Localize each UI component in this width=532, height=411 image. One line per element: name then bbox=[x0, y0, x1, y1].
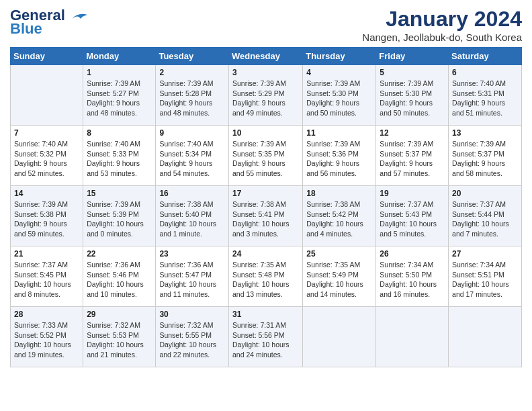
day-content: Sunrise: 7:39 AM Sunset: 5:28 PM Dayligh… bbox=[159, 79, 225, 118]
day-cell: 7Sunrise: 7:40 AM Sunset: 5:32 PM Daylig… bbox=[11, 126, 83, 186]
day-content: Sunrise: 7:39 AM Sunset: 5:27 PM Dayligh… bbox=[87, 79, 152, 118]
day-number: 18 bbox=[306, 189, 372, 198]
day-number: 2 bbox=[159, 68, 225, 77]
day-content: Sunrise: 7:39 AM Sunset: 5:38 PM Dayligh… bbox=[14, 199, 79, 239]
day-cell: 11Sunrise: 7:39 AM Sunset: 5:36 PM Dayli… bbox=[303, 126, 376, 186]
week-row-5: 28Sunrise: 7:33 AM Sunset: 5:52 PM Dayli… bbox=[11, 307, 522, 367]
page-header: General Blue January 2024 Nangen, Jeolla… bbox=[10, 7, 522, 43]
header-cell-sunday: Sunday bbox=[11, 48, 83, 65]
day-content: Sunrise: 7:38 AM Sunset: 5:40 PM Dayligh… bbox=[159, 199, 225, 239]
header-cell-tuesday: Tuesday bbox=[156, 48, 229, 65]
day-cell bbox=[303, 307, 376, 367]
day-number: 22 bbox=[87, 249, 152, 259]
day-cell: 29Sunrise: 7:32 AM Sunset: 5:53 PM Dayli… bbox=[83, 307, 156, 367]
day-content: Sunrise: 7:32 AM Sunset: 5:55 PM Dayligh… bbox=[159, 320, 225, 360]
day-cell bbox=[376, 307, 449, 367]
day-content: Sunrise: 7:38 AM Sunset: 5:41 PM Dayligh… bbox=[232, 199, 299, 239]
day-number: 11 bbox=[306, 128, 372, 138]
day-content: Sunrise: 7:35 AM Sunset: 5:49 PM Dayligh… bbox=[306, 260, 372, 300]
day-cell: 26Sunrise: 7:34 AM Sunset: 5:50 PM Dayli… bbox=[376, 246, 449, 307]
day-cell: 2Sunrise: 7:39 AM Sunset: 5:28 PM Daylig… bbox=[156, 65, 229, 126]
month-title: January 2024 bbox=[362, 7, 522, 32]
day-content: Sunrise: 7:39 AM Sunset: 5:37 PM Dayligh… bbox=[380, 139, 445, 179]
day-cell: 16Sunrise: 7:38 AM Sunset: 5:40 PM Dayli… bbox=[156, 186, 229, 246]
day-number: 28 bbox=[14, 310, 79, 319]
day-content: Sunrise: 7:39 AM Sunset: 5:35 PM Dayligh… bbox=[232, 139, 299, 179]
day-number: 16 bbox=[159, 189, 225, 198]
header-cell-saturday: Saturday bbox=[449, 48, 522, 65]
day-content: Sunrise: 7:37 AM Sunset: 5:45 PM Dayligh… bbox=[14, 260, 79, 300]
day-number: 19 bbox=[380, 189, 445, 198]
day-number: 14 bbox=[14, 189, 79, 198]
day-cell: 20Sunrise: 7:37 AM Sunset: 5:44 PM Dayli… bbox=[449, 186, 522, 246]
day-cell: 18Sunrise: 7:38 AM Sunset: 5:42 PM Dayli… bbox=[303, 186, 376, 246]
day-content: Sunrise: 7:36 AM Sunset: 5:47 PM Dayligh… bbox=[159, 260, 225, 300]
day-number: 17 bbox=[232, 189, 299, 198]
day-content: Sunrise: 7:31 AM Sunset: 5:56 PM Dayligh… bbox=[232, 320, 299, 360]
day-number: 24 bbox=[232, 249, 299, 259]
day-number: 6 bbox=[452, 68, 518, 77]
day-cell: 3Sunrise: 7:39 AM Sunset: 5:29 PM Daylig… bbox=[228, 65, 302, 126]
day-number: 31 bbox=[232, 310, 299, 319]
day-number: 23 bbox=[159, 249, 225, 259]
day-cell bbox=[449, 307, 522, 367]
day-content: Sunrise: 7:39 AM Sunset: 5:37 PM Dayligh… bbox=[452, 139, 518, 179]
week-row-4: 21Sunrise: 7:37 AM Sunset: 5:45 PM Dayli… bbox=[11, 246, 522, 307]
day-content: Sunrise: 7:39 AM Sunset: 5:29 PM Dayligh… bbox=[232, 79, 299, 118]
header-cell-thursday: Thursday bbox=[303, 48, 376, 65]
day-cell: 5Sunrise: 7:39 AM Sunset: 5:30 PM Daylig… bbox=[376, 65, 449, 126]
week-row-2: 7Sunrise: 7:40 AM Sunset: 5:32 PM Daylig… bbox=[11, 126, 522, 186]
day-number: 5 bbox=[380, 68, 445, 77]
day-number: 30 bbox=[159, 310, 225, 319]
day-number: 3 bbox=[232, 68, 299, 77]
day-content: Sunrise: 7:33 AM Sunset: 5:52 PM Dayligh… bbox=[14, 320, 79, 360]
day-cell: 31Sunrise: 7:31 AM Sunset: 5:56 PM Dayli… bbox=[228, 307, 302, 367]
day-content: Sunrise: 7:40 AM Sunset: 5:32 PM Dayligh… bbox=[14, 139, 79, 179]
day-cell: 4Sunrise: 7:39 AM Sunset: 5:30 PM Daylig… bbox=[303, 65, 376, 126]
day-number: 7 bbox=[14, 128, 79, 138]
logo-line2: Blue bbox=[10, 20, 42, 38]
calendar-table: SundayMondayTuesdayWednesdayThursdayFrid… bbox=[10, 47, 522, 367]
day-number: 15 bbox=[87, 189, 152, 198]
day-cell: 24Sunrise: 7:35 AM Sunset: 5:48 PM Dayli… bbox=[228, 246, 302, 307]
day-number: 13 bbox=[452, 128, 518, 138]
day-cell: 9Sunrise: 7:40 AM Sunset: 5:34 PM Daylig… bbox=[156, 126, 229, 186]
header-cell-wednesday: Wednesday bbox=[228, 48, 302, 65]
subtitle: Nangen, Jeollabuk-do, South Korea bbox=[362, 32, 522, 43]
day-content: Sunrise: 7:39 AM Sunset: 5:30 PM Dayligh… bbox=[380, 79, 445, 118]
day-cell: 12Sunrise: 7:39 AM Sunset: 5:37 PM Dayli… bbox=[376, 126, 449, 186]
day-cell: 17Sunrise: 7:38 AM Sunset: 5:41 PM Dayli… bbox=[228, 186, 302, 246]
day-cell: 6Sunrise: 7:40 AM Sunset: 5:31 PM Daylig… bbox=[449, 65, 522, 126]
day-content: Sunrise: 7:37 AM Sunset: 5:44 PM Dayligh… bbox=[452, 199, 518, 239]
day-number: 27 bbox=[452, 249, 518, 259]
day-number: 1 bbox=[87, 68, 152, 77]
day-cell: 8Sunrise: 7:40 AM Sunset: 5:33 PM Daylig… bbox=[83, 126, 156, 186]
day-content: Sunrise: 7:39 AM Sunset: 5:30 PM Dayligh… bbox=[306, 79, 372, 118]
day-number: 21 bbox=[14, 249, 79, 259]
day-number: 9 bbox=[159, 128, 225, 138]
day-content: Sunrise: 7:34 AM Sunset: 5:50 PM Dayligh… bbox=[380, 260, 445, 300]
day-cell: 30Sunrise: 7:32 AM Sunset: 5:55 PM Dayli… bbox=[156, 307, 229, 367]
day-content: Sunrise: 7:35 AM Sunset: 5:48 PM Dayligh… bbox=[232, 260, 299, 300]
day-content: Sunrise: 7:40 AM Sunset: 5:34 PM Dayligh… bbox=[159, 139, 225, 179]
day-cell: 1Sunrise: 7:39 AM Sunset: 5:27 PM Daylig… bbox=[83, 65, 156, 126]
day-cell: 13Sunrise: 7:39 AM Sunset: 5:37 PM Dayli… bbox=[449, 126, 522, 186]
day-content: Sunrise: 7:39 AM Sunset: 5:36 PM Dayligh… bbox=[306, 139, 372, 179]
day-cell: 28Sunrise: 7:33 AM Sunset: 5:52 PM Dayli… bbox=[11, 307, 83, 367]
day-content: Sunrise: 7:37 AM Sunset: 5:43 PM Dayligh… bbox=[380, 199, 445, 239]
day-number: 25 bbox=[306, 249, 372, 259]
logo: General Blue bbox=[10, 7, 89, 38]
week-row-3: 14Sunrise: 7:39 AM Sunset: 5:38 PM Dayli… bbox=[11, 186, 522, 246]
title-area: January 2024 Nangen, Jeollabuk-do, South… bbox=[362, 7, 522, 43]
day-number: 26 bbox=[380, 249, 445, 259]
header-row: SundayMondayTuesdayWednesdayThursdayFrid… bbox=[11, 48, 522, 65]
day-number: 20 bbox=[452, 189, 518, 198]
day-cell: 15Sunrise: 7:39 AM Sunset: 5:39 PM Dayli… bbox=[83, 186, 156, 246]
day-number: 12 bbox=[380, 128, 445, 138]
day-content: Sunrise: 7:40 AM Sunset: 5:33 PM Dayligh… bbox=[87, 139, 152, 179]
day-cell bbox=[11, 65, 83, 126]
header-cell-friday: Friday bbox=[376, 48, 449, 65]
day-number: 10 bbox=[232, 128, 299, 138]
day-cell: 19Sunrise: 7:37 AM Sunset: 5:43 PM Dayli… bbox=[376, 186, 449, 246]
day-number: 4 bbox=[306, 68, 372, 77]
